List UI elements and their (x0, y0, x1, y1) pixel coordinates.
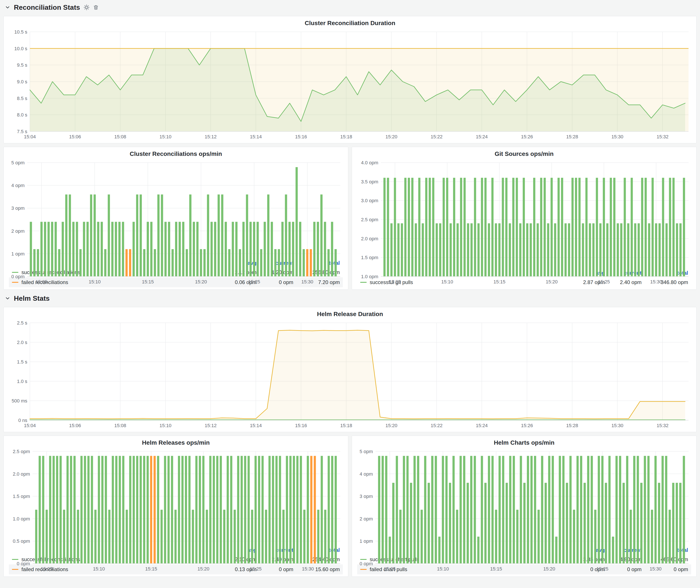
series-bar (449, 483, 451, 564)
panel-title-cluster-duration[interactable]: Cluster Reconciliation Duration (8, 19, 692, 28)
series-bar (474, 456, 476, 564)
series-bar (307, 456, 309, 564)
panel-git-sources-opm: Git Sources ops/min 15:0515:1015:1515:20… (352, 147, 697, 290)
series-bar (647, 456, 650, 564)
series-bar (320, 194, 323, 276)
svg-text:4 opm: 4 opm (11, 183, 24, 188)
series-bar (582, 223, 584, 276)
series-bar (432, 178, 434, 276)
series-bar (272, 456, 274, 564)
svg-text:15:15: 15:15 (142, 279, 154, 284)
series-bar (293, 456, 295, 564)
series-bar (171, 249, 174, 276)
series-bar (645, 178, 647, 276)
series-bar (84, 456, 86, 564)
series-bar (101, 456, 103, 564)
section-title-reconciliation[interactable]: Reconciliation Stats (14, 3, 80, 11)
trash-icon[interactable] (93, 5, 99, 10)
chevron-down-icon[interactable] (5, 296, 10, 301)
series-bar (554, 223, 556, 276)
series-bar (174, 510, 177, 564)
chart-canvas: 15:0515:1015:1515:2015:2515:300 opm1 opm… (356, 448, 692, 573)
series-bar (248, 456, 250, 564)
svg-text:10.5 s: 10.5 s (14, 29, 27, 35)
series-bar (87, 222, 89, 276)
series-bar (471, 223, 473, 276)
svg-text:1.0 opm: 1.0 opm (13, 516, 30, 522)
helm-charts-chart[interactable]: 15:0515:1015:1515:2015:2515:300 opm1 opm… (356, 448, 692, 545)
panel-title-cluster-reconciliations[interactable]: Cluster Reconciliations ops/min (8, 150, 344, 159)
series-bar (83, 222, 85, 276)
svg-text:15:30: 15:30 (611, 423, 623, 428)
cluster-reconciliations-chart[interactable]: 15:0515:1015:1515:2015:2515:300 opm1 opm… (8, 159, 344, 258)
series-bar (512, 178, 515, 276)
series-bar (603, 178, 605, 276)
series-bar (390, 223, 393, 276)
series-bar (133, 456, 135, 564)
series-bar (523, 178, 525, 276)
series-bar (310, 456, 312, 564)
chevron-down-icon[interactable] (5, 5, 10, 10)
helm-releases-chart[interactable]: 15:0515:1015:1515:2015:2515:300 opm0.5 o… (8, 448, 344, 545)
svg-text:15:10: 15:10 (160, 423, 171, 428)
panel-title-helm-charts[interactable]: Helm Charts ops/min (356, 438, 692, 448)
series-bar (387, 178, 389, 276)
panel-title-helm-duration[interactable]: Helm Release Duration (8, 310, 692, 319)
section-title-helm[interactable]: Helm Stats (14, 294, 50, 302)
svg-text:500 ms: 500 ms (12, 398, 27, 404)
series-bar (256, 222, 259, 276)
series-bar (168, 222, 170, 276)
series-bar (519, 223, 521, 276)
series-bar (477, 537, 479, 564)
svg-text:15:20: 15:20 (197, 566, 209, 572)
svg-text:15:10: 15:10 (437, 566, 449, 572)
series-bar (544, 178, 546, 276)
svg-text:15:30: 15:30 (611, 134, 623, 139)
series-bar (39, 456, 41, 564)
series-bar (335, 456, 337, 564)
series-bar (140, 456, 142, 564)
series-bar (443, 178, 445, 276)
series-bar (286, 456, 288, 564)
series-bar (328, 456, 330, 564)
panel-title-helm-releases[interactable]: Helm Releases ops/min (8, 438, 344, 448)
series-bar (598, 456, 600, 564)
series-bar (545, 483, 547, 564)
svg-text:15:12: 15:12 (205, 134, 217, 139)
series-bar (228, 249, 230, 276)
series-bar (596, 178, 598, 276)
series-bar (516, 178, 518, 276)
gear-icon[interactable] (84, 4, 90, 10)
svg-text:4 opm: 4 opm (360, 471, 373, 477)
series-bar (401, 223, 403, 276)
series-bar (35, 510, 37, 564)
helm-duration-chart[interactable]: 15:0415:0615:0815:1015:1215:1415:1615:18… (8, 319, 692, 430)
svg-text:15:15: 15:15 (494, 279, 505, 284)
svg-text:15:25: 15:25 (598, 279, 610, 284)
git-sources-chart[interactable]: 15:0515:1015:1515:2015:2515:301.0 opm1.5… (356, 159, 692, 268)
series-bar (575, 178, 577, 276)
series-bar (631, 178, 633, 276)
svg-text:15:04: 15:04 (24, 423, 36, 428)
series-bar (669, 178, 671, 276)
svg-text:15:20: 15:20 (543, 566, 555, 572)
series-bar (193, 222, 195, 276)
series-bar (463, 456, 465, 564)
cluster-duration-chart[interactable]: 15:0415:0615:0815:1015:1215:1415:1615:18… (8, 28, 692, 141)
series-bar (661, 456, 664, 564)
series-bar (516, 510, 518, 564)
series-bar (463, 178, 466, 276)
series-bar (566, 483, 568, 564)
series-bar (422, 223, 424, 276)
series-bar (617, 223, 619, 276)
panel-title-git-sources[interactable]: Git Sources ops/min (356, 150, 692, 159)
series-bar (303, 249, 305, 276)
series-bar (396, 456, 398, 564)
series-bar (242, 222, 245, 276)
series-bar (171, 456, 173, 564)
svg-text:15:08: 15:08 (114, 134, 126, 139)
series-bar (491, 178, 494, 276)
series-bar (178, 456, 180, 564)
series-bar (456, 223, 459, 276)
chart-canvas: 15:0515:1015:1515:2015:2515:300 opm0.5 o… (8, 448, 344, 573)
